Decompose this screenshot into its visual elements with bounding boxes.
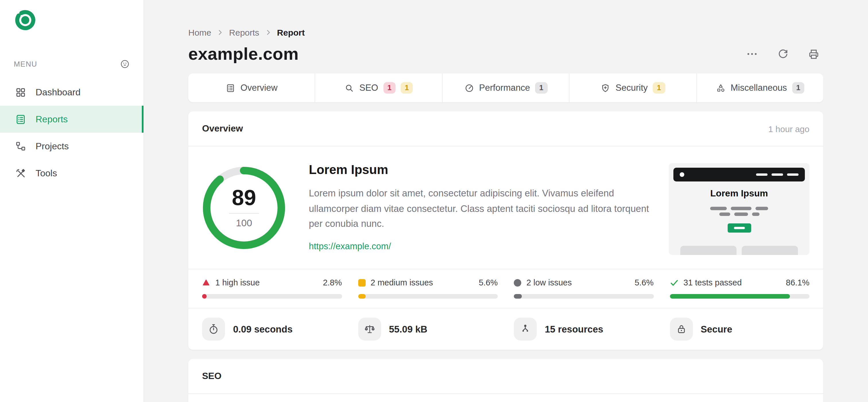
stat-label: 1 high issue: [215, 278, 260, 287]
issue-stats-row: 1 high issue 2.8% 2 medium issues 5.6%: [188, 269, 823, 308]
shapes-icon: [716, 83, 725, 93]
stat-percent: 5.6%: [634, 278, 654, 287]
stopwatch-icon: [208, 323, 219, 335]
report-list-icon: [15, 114, 26, 125]
score-divider: [229, 213, 259, 214]
chevron-right-icon: [216, 28, 224, 36]
progress-fill: [358, 294, 366, 299]
medium-severity-icon: [358, 279, 365, 286]
medium-issues-badge: 1: [401, 82, 413, 94]
stat-label: 2 medium issues: [371, 278, 433, 287]
overview-section-title: Overview: [202, 123, 243, 134]
high-issues-badge: 1: [383, 82, 395, 94]
thumbnail-cards: [679, 246, 799, 255]
stat-percent: 2.8%: [323, 278, 342, 287]
main-content: Home Reports Report example.com: [144, 0, 868, 402]
progress-fill: [670, 294, 790, 299]
thumbnail-text-row: [669, 207, 809, 210]
tab-label: Performance: [479, 83, 530, 93]
scale-icon: [364, 323, 375, 335]
ellipsis-icon: [746, 48, 758, 60]
site-summary: Lorem Ipsum Lorem ipsum dolor sit amet, …: [287, 162, 669, 251]
sidebar-nav: Dashboard Reports Projects: [0, 79, 144, 187]
tab-miscellaneous[interactable]: Miscellaneous 1: [696, 73, 823, 102]
metric-resources: 15 resources: [514, 317, 654, 341]
score-gauge: 89 100: [201, 165, 287, 251]
tab-label: Miscellaneous: [731, 83, 787, 93]
medium-issues-badge: 1: [653, 82, 665, 94]
stat-high-issues: 1 high issue 2.8%: [202, 278, 342, 299]
seo-card: SEO: [188, 359, 823, 402]
low-severity-icon: [514, 279, 521, 286]
sidebar-item-label: Projects: [36, 141, 69, 151]
high-severity-icon: [202, 279, 210, 286]
tab-performance[interactable]: Performance 1: [442, 73, 569, 102]
page-actions: [746, 48, 823, 64]
logo-icon: [14, 9, 37, 32]
stat-low-issues: 2 low issues 5.6%: [514, 278, 654, 299]
stat-label: 2 low issues: [526, 278, 572, 287]
score-max: 100: [236, 218, 252, 229]
projects-flow-icon: [15, 141, 26, 152]
stat-medium-issues: 2 medium issues 5.6%: [358, 278, 498, 299]
score-value: 89: [232, 187, 256, 209]
gauge-icon: [464, 83, 474, 93]
neutral-badge: 1: [535, 82, 547, 94]
app-root: MENU Dashboard: [0, 0, 868, 402]
progress-track: [358, 294, 498, 299]
tab-label: Security: [616, 83, 648, 93]
progress-track: [670, 294, 809, 299]
progress-track: [202, 294, 342, 299]
dashboard-grid-icon: [15, 86, 26, 98]
summary-description: Lorem ipsum dolor sit amet, consectetur …: [309, 185, 652, 231]
thumbnail-button: [727, 223, 751, 233]
tab-label: SEO: [360, 83, 378, 93]
metric-label: 55.09 kB: [389, 323, 427, 335]
chevron-right-icon: [265, 28, 272, 36]
site-link[interactable]: https://example.com/: [309, 241, 391, 251]
metric-page-size: 55.09 kB: [358, 317, 498, 341]
sidebar-item-tools[interactable]: Tools: [0, 160, 144, 187]
tab-label: Overview: [241, 83, 278, 93]
site-thumbnail: Lorem Ipsum: [669, 163, 809, 255]
neutral-badge: 1: [792, 82, 804, 94]
progress-fill: [202, 294, 207, 299]
report-timestamp: 1 hour ago: [768, 124, 809, 133]
sidebar-item-dashboard[interactable]: Dashboard: [0, 79, 144, 106]
stat-percent: 5.6%: [479, 278, 498, 287]
breadcrumb-reports[interactable]: Reports: [229, 27, 259, 37]
breadcrumb: Home Reports Report: [188, 26, 823, 38]
metrics-row: 0.09 seconds 55.09 kB: [188, 308, 823, 350]
overview-card: Overview 1 hour ago 89 100 Lorem: [188, 112, 823, 350]
search-icon: [344, 83, 354, 93]
thumbnail-browser-bar: [673, 168, 805, 182]
tab-overview[interactable]: Overview: [188, 73, 315, 102]
stat-label: 31 tests passed: [683, 278, 742, 287]
more-options-button[interactable]: [746, 48, 758, 60]
page-title: example.com: [188, 44, 299, 64]
shield-plus-icon: [601, 83, 611, 93]
sidebar-item-reports[interactable]: Reports: [0, 106, 144, 133]
report-tabbar: Overview SEO 1 1 Performance 1: [188, 73, 823, 102]
metric-load-time: 0.09 seconds: [202, 317, 342, 341]
tools-icon: [15, 167, 26, 179]
sidebar-item-label: Reports: [36, 114, 68, 124]
overview-tab-icon: [226, 83, 236, 93]
thumbnail-nav-links: [756, 174, 799, 176]
lock-icon: [675, 323, 687, 335]
tab-security[interactable]: Security 1: [569, 73, 696, 102]
resources-icon: [520, 323, 531, 335]
seo-section-title: SEO: [202, 371, 222, 381]
refresh-button[interactable]: [777, 48, 789, 60]
account-icon[interactable]: [120, 59, 130, 69]
thumbnail-heading: Lorem Ipsum: [669, 188, 809, 199]
summary-heading: Lorem Ipsum: [309, 162, 652, 178]
tab-seo[interactable]: SEO 1 1: [315, 73, 442, 102]
breadcrumb-home[interactable]: Home: [188, 27, 211, 37]
metric-security: Secure: [670, 317, 809, 341]
sidebar-item-projects[interactable]: Projects: [0, 133, 144, 160]
print-button[interactable]: [808, 48, 820, 60]
printer-icon: [808, 48, 820, 60]
app-logo[interactable]: [0, 0, 144, 34]
refresh-icon: [777, 48, 789, 60]
